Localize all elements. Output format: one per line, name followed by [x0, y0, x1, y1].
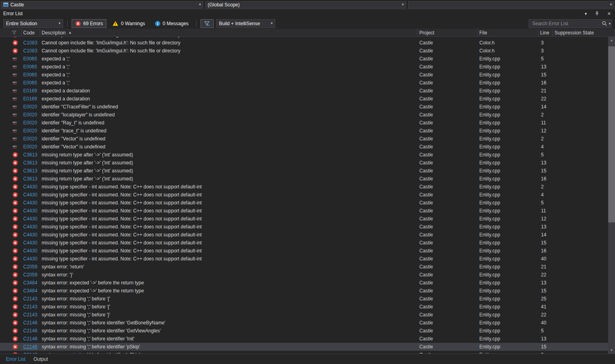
table-row[interactable]: C2143syntax error: missing ';' before '{… — [0, 295, 608, 303]
error-code-link[interactable]: C1083 — [22, 39, 40, 47]
table-row[interactable]: C3484syntax error: expected '->' before … — [0, 279, 608, 287]
scroll-down-icon[interactable]: ▼ — [608, 347, 615, 354]
table-row[interactable]: C3613missing return type after '->' ('in… — [0, 159, 608, 167]
column-header-line[interactable]: Line — [539, 29, 553, 36]
table-row[interactable]: abcE0020identifier "trace_t" is undefine… — [0, 127, 608, 135]
table-row[interactable]: C3613missing return type after '->' ('in… — [0, 151, 608, 159]
error-code-link[interactable]: C3613 — [22, 159, 40, 167]
search-icon[interactable] — [602, 21, 607, 26]
error-code-link[interactable]: E0020 — [22, 119, 40, 127]
table-row[interactable]: C1083Cannot open include file: 'ImGui/im… — [0, 47, 608, 55]
error-code-link[interactable]: C3613 — [22, 167, 40, 175]
error-code-link[interactable]: C4430 — [22, 231, 40, 239]
column-header-description[interactable]: Description ▲ — [40, 29, 418, 36]
table-row[interactable]: C4430missing type specifier - int assume… — [0, 239, 608, 247]
error-code-link[interactable]: C2146 — [22, 335, 40, 343]
table-row[interactable]: abcE0169expected a declarationCastleEnti… — [0, 87, 608, 95]
table-row[interactable]: C4430missing type specifier - int assume… — [0, 255, 608, 263]
error-code-link[interactable]: C3613 — [22, 175, 40, 183]
error-code-link[interactable]: E0169 — [22, 95, 40, 103]
scope-dropdown[interactable]: (Global Scope) ▾ — [205, 1, 406, 8]
error-code-link[interactable]: E0065 — [22, 55, 40, 63]
scrollbar-thumb[interactable] — [608, 46, 615, 222]
error-code-link[interactable]: C2146 — [22, 327, 40, 335]
error-code-link[interactable]: C2146 — [22, 351, 40, 354]
table-row[interactable]: C1083Cannot open include file: 'ImGui/im… — [0, 39, 608, 47]
error-code-link[interactable]: C4430 — [22, 255, 40, 263]
table-row[interactable]: abcE0020identifier "CTraceFilter" is und… — [0, 103, 608, 111]
error-code-link[interactable]: C2143 — [22, 295, 40, 303]
table-row[interactable]: C2146syntax error: missing ';' before id… — [0, 327, 608, 335]
build-intellisense-dropdown[interactable]: Build + IntelliSense ▾ — [216, 19, 275, 28]
table-row[interactable]: abcE0020identifier "Vector" is undefined… — [0, 135, 608, 143]
table-row[interactable]: C4430missing type specifier - int assume… — [0, 199, 608, 207]
window-position-icon[interactable]: ▾ — [583, 11, 589, 16]
error-code-link[interactable]: E0169 — [22, 87, 40, 95]
chevron-down-icon[interactable]: ▾ — [609, 22, 611, 26]
table-row[interactable]: C2146syntax error: missing ';' before id… — [0, 351, 608, 354]
error-code-link[interactable]: C3613 — [22, 151, 40, 159]
column-header-project[interactable]: Project — [418, 29, 478, 36]
error-code-link[interactable]: C2146 — [22, 343, 40, 351]
vertical-scrollbar[interactable]: ▲ ▼ — [608, 37, 615, 354]
error-code-link[interactable]: E0065 — [22, 71, 40, 79]
table-row[interactable]: abcE0020identifier "localplayer" is unde… — [0, 111, 608, 119]
close-icon[interactable]: ✕ — [606, 11, 612, 16]
table-row[interactable]: abcE0020identifier "Ray_t" is undefinedC… — [0, 119, 608, 127]
table-row[interactable]: abcE0065expected a ';'CastleEntity.cpp5 — [0, 55, 608, 63]
error-code-link[interactable]: C4430 — [22, 223, 40, 231]
table-row[interactable]: C4430missing type specifier - int assume… — [0, 207, 608, 215]
warnings-filter-button[interactable]: 0 Warnings — [109, 19, 148, 28]
column-header-file[interactable]: File — [478, 29, 539, 36]
messages-filter-button[interactable]: 0 Messages — [151, 19, 192, 28]
table-row[interactable]: abcE0169expected a declarationCastleEnti… — [0, 95, 608, 103]
table-row[interactable]: C2146syntax error: missing ';' before id… — [0, 319, 608, 327]
error-code-link[interactable]: C4430 — [22, 183, 40, 191]
column-header-code[interactable]: Code — [22, 29, 40, 36]
table-row[interactable]: abcE0065expected a ';'CastleEntity.cpp16 — [0, 79, 608, 87]
error-code-link[interactable]: E0065 — [22, 79, 40, 87]
table-row[interactable]: C2059syntax error: 'return'CastleEntity.… — [0, 263, 608, 271]
solution-scope-dropdown[interactable]: Entire Solution ▾ — [3, 19, 63, 28]
filter-button[interactable] — [200, 19, 214, 28]
error-code-link[interactable]: C3484 — [22, 287, 40, 295]
table-row[interactable]: C4430missing type specifier - int assume… — [0, 215, 608, 223]
table-row[interactable]: C3613missing return type after '->' ('in… — [0, 175, 608, 183]
error-code-link[interactable]: C3484 — [22, 279, 40, 287]
error-code-link[interactable]: C4430 — [22, 215, 40, 223]
errors-filter-button[interactable]: 69 Errors — [72, 19, 106, 28]
table-row[interactable]: C2059syntax error: '}'CastleEntity.cpp22 — [0, 271, 608, 279]
table-row[interactable]: C4430missing type specifier - int assume… — [0, 223, 608, 231]
table-row[interactable]: C4430missing type specifier - int assume… — [0, 247, 608, 255]
table-row[interactable]: C3484syntax error: expected '->' before … — [0, 287, 608, 295]
table-row[interactable]: C3613missing return type after '->' ('in… — [0, 167, 608, 175]
table-row[interactable]: C4430missing type specifier - int assume… — [0, 231, 608, 239]
table-row[interactable]: C4430missing type specifier - int assume… — [0, 183, 608, 191]
error-code-link[interactable]: C4430 — [22, 247, 40, 255]
error-code-link[interactable]: E0065 — [22, 63, 40, 71]
error-code-link[interactable]: C4430 — [22, 199, 40, 207]
scroll-up-icon[interactable]: ▲ — [608, 37, 615, 44]
project-dropdown[interactable]: Castle ▾ — [1, 1, 203, 8]
error-code-link[interactable]: E0020 — [22, 103, 40, 111]
tab-output[interactable]: Output — [30, 354, 52, 364]
error-code-link[interactable]: E0020 — [22, 111, 40, 119]
table-row[interactable]: C2143syntax error: missing ';' before '}… — [0, 311, 608, 319]
error-code-link[interactable]: E0020 — [22, 135, 40, 143]
table-row[interactable]: abcE0020identifier "Vector" is undefined… — [0, 143, 608, 151]
error-code-link[interactable]: E0020 — [22, 127, 40, 135]
table-row[interactable]: abcE0065expected a ';'CastleEntity.cpp15 — [0, 71, 608, 79]
member-dropdown[interactable]: ▾ — [408, 1, 614, 8]
error-code-link[interactable]: C4430 — [22, 191, 40, 199]
tab-error-list[interactable]: Error List — [2, 354, 29, 364]
column-header-severity[interactable] — [0, 29, 22, 36]
error-code-link[interactable]: C2143 — [22, 311, 40, 319]
error-code-link[interactable]: E0020 — [22, 143, 40, 151]
search-input[interactable] — [531, 20, 600, 27]
table-row[interactable]: C2146syntax error: missing ';' before id… — [0, 343, 608, 351]
table-row[interactable]: abcE0065expected a ';'CastleEntity.cpp13 — [0, 63, 608, 71]
error-code-link[interactable]: C2059 — [22, 271, 40, 279]
table-row[interactable]: C2143syntax error: missing ';' before '{… — [0, 303, 608, 311]
table-row[interactable]: C4430missing type specifier - int assume… — [0, 191, 608, 199]
error-code-link[interactable]: C2146 — [22, 319, 40, 327]
